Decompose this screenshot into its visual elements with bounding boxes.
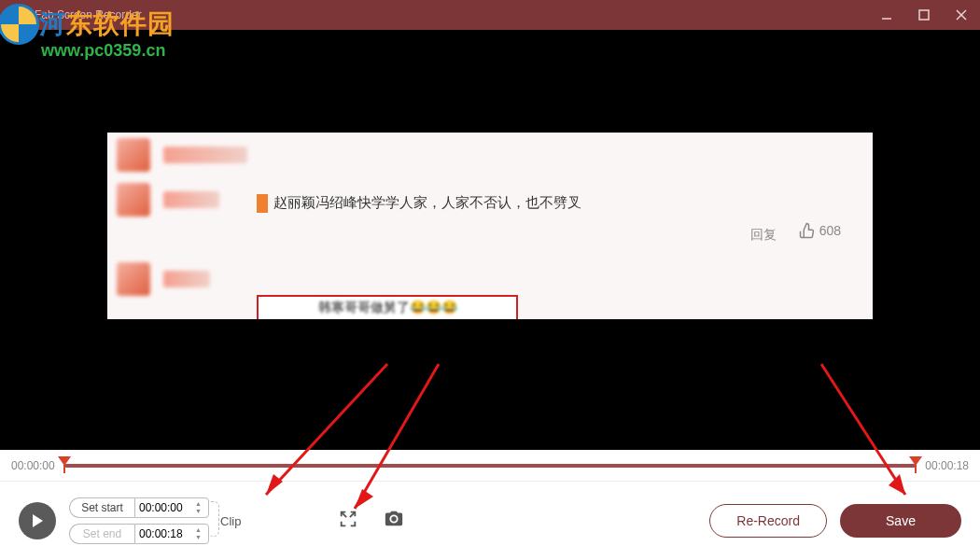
clip-start-input[interactable]: 00:00:00 ▲▼: [134, 497, 209, 518]
play-button[interactable]: [19, 502, 56, 539]
close-button[interactable]: [948, 0, 974, 30]
like-count: 608: [799, 222, 841, 239]
svg-rect-1: [919, 10, 929, 20]
spin-up-icon[interactable]: ▲: [195, 526, 206, 534]
controls-bar: Set start 00:00:00 ▲▼ Set end 00:00:18 ▲…: [0, 482, 980, 560]
snapshot-icon[interactable]: [383, 509, 405, 533]
title-bar: TuneFab Screen Recorder: [0, 0, 980, 30]
spin-up-icon[interactable]: ▲: [195, 500, 206, 508]
reply-label: 回复: [750, 227, 777, 242]
rerecord-button[interactable]: Re-Record: [709, 504, 827, 538]
timeline-bar: 00:00:00 00:00:18: [0, 450, 980, 482]
svg-marker-4: [33, 514, 43, 527]
recorded-content: 赵丽颖冯绍峰快学学人家，人家不否认，也不劈叉 回复 608 、共92条回复 韩寒…: [107, 133, 873, 319]
highlighted-comment: 韩寒哥哥做舅了😂😂😂: [318, 300, 457, 316]
clip-label: Clip: [220, 514, 241, 528]
timeline-selected-range: [64, 464, 917, 468]
fullscreen-icon[interactable]: [338, 509, 358, 533]
maximize-button[interactable]: [911, 0, 937, 30]
timeline-start-time: 00:00:00: [11, 459, 55, 472]
video-preview-area: 河东软件园 www.pc0359.cn 赵丽颖冯绍峰快学学人家，人家不否认，也不…: [0, 30, 980, 450]
spin-down-icon[interactable]: ▼: [195, 508, 206, 515]
minimize-button[interactable]: [874, 0, 900, 30]
watermark-url: www.pc0359.cn: [41, 41, 175, 61]
app-title: TuneFab Screen Recorder: [9, 8, 142, 21]
set-start-button[interactable]: Set start: [69, 497, 134, 518]
set-end-button[interactable]: Set end: [69, 524, 134, 544]
clip-end-input[interactable]: 00:00:18 ▲▼: [134, 524, 209, 544]
timeline-track[interactable]: [64, 464, 917, 468]
clip-controls: Set start 00:00:00 ▲▼ Set end 00:00:18 ▲…: [69, 497, 241, 544]
save-button[interactable]: Save: [840, 504, 961, 538]
timeline-end-time: 00:00:18: [925, 459, 969, 472]
spin-down-icon[interactable]: ▼: [195, 534, 206, 541]
